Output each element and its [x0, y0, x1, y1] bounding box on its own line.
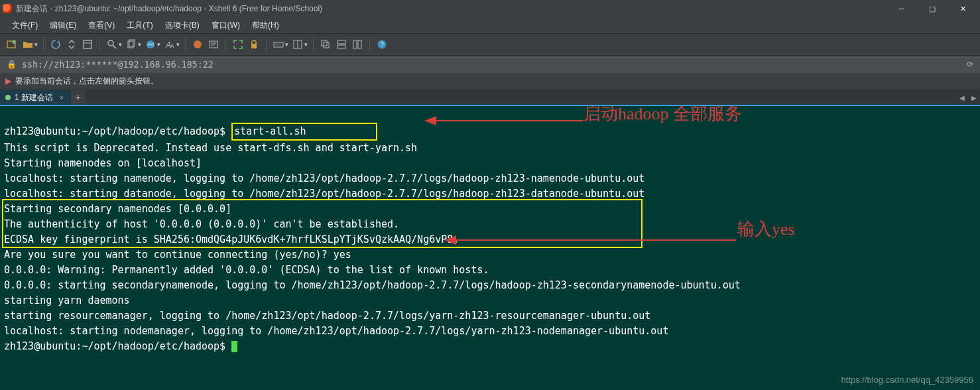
- menubar: 文件(F) 编辑(E) 查看(V) 工具(T) 选项卡(B) 窗口(W) 帮助(…: [0, 17, 980, 33]
- copy-dropdown-icon[interactable]: ▾: [138, 41, 141, 48]
- svg-text:?: ?: [381, 41, 385, 48]
- tab-scroll-left-icon[interactable]: ◀: [956, 90, 968, 105]
- info-bar: ▶ 要添加当前会话，点击左侧的箭头按钮。: [0, 73, 980, 89]
- svg-line-6: [113, 45, 116, 48]
- annotation-arrow-icon: [424, 111, 583, 130]
- yes-input-text: yes: [334, 249, 351, 261]
- toolbar-separator: [43, 38, 44, 51]
- lock-icon[interactable]: [247, 38, 261, 51]
- menu-help[interactable]: 帮助(H): [247, 17, 284, 33]
- properties-icon[interactable]: [81, 38, 94, 51]
- svg-rect-28: [358, 40, 361, 48]
- search-dropdown-icon[interactable]: ▾: [119, 41, 122, 48]
- session-tab-close-icon[interactable]: ×: [60, 94, 64, 101]
- session-status-dot-icon: [5, 95, 11, 100]
- annotation-start-hadoop: 启动hadoop 全部服务: [583, 106, 742, 121]
- close-button[interactable]: ✕: [948, 0, 977, 17]
- terminal-output: starting resourcemanager, logging to /ho…: [4, 310, 650, 322]
- keyboard-icon[interactable]: [272, 38, 285, 51]
- layout-dropdown-icon[interactable]: ▾: [304, 41, 308, 48]
- terminal-output: starting yarn daemons: [4, 294, 130, 306]
- menu-tools[interactable]: 工具(T): [121, 17, 158, 33]
- maximize-button[interactable]: ▢: [918, 0, 947, 17]
- svg-marker-32: [424, 116, 436, 125]
- window-controls: ─ ▢ ✕: [887, 0, 977, 17]
- svg-rect-3: [84, 40, 92, 48]
- toolbar-separator: [266, 38, 267, 51]
- terminal-output: localhost: starting datanode, logging to…: [4, 188, 644, 200]
- info-text: 要添加当前会话，点击左侧的箭头按钮。: [15, 76, 158, 87]
- command-text: start-all.sh: [234, 125, 306, 137]
- toolbar: ▾ ▾ ▾ ▾ AA ▾ ▾ ▾ ?: [0, 33, 980, 56]
- address-go-icon[interactable]: ⟳: [967, 60, 973, 69]
- info-flag-icon: ▶: [5, 76, 11, 86]
- open-dropdown-icon[interactable]: ▾: [34, 41, 38, 48]
- terminal-output: 0.0.0.0: Warning: Permanently added '0.0…: [4, 264, 489, 276]
- watermark-text: https://blog.csdn.net/qq_42359956: [841, 372, 974, 387]
- keyboard-dropdown-icon[interactable]: ▾: [285, 41, 288, 48]
- menu-view[interactable]: 查看(V): [83, 17, 120, 33]
- disconnect-icon[interactable]: [65, 38, 78, 51]
- help-icon[interactable]: ?: [375, 38, 389, 51]
- prompt-line: zh123@ubuntu:~/opt/hadoop/etc/hadoop$: [4, 340, 231, 352]
- minimize-button[interactable]: ─: [887, 0, 916, 17]
- tab-scroll-right-icon[interactable]: ▶: [968, 90, 980, 105]
- lock-icon: 🔒: [7, 60, 17, 69]
- toolbar-separator: [313, 38, 314, 51]
- svg-text:A: A: [170, 43, 174, 49]
- tab-scroll-controls: ◀ ▶: [956, 90, 980, 105]
- font-dropdown-icon[interactable]: ▾: [176, 41, 180, 48]
- menu-tabs[interactable]: 选项卡(B): [160, 17, 205, 33]
- tile-v-icon[interactable]: [351, 38, 364, 51]
- annotation-arrow-icon: [444, 231, 736, 249]
- menu-file[interactable]: 文件(F): [7, 17, 43, 33]
- highlight-command-box: start-all.sh: [231, 123, 377, 141]
- new-session-icon[interactable]: [5, 38, 19, 51]
- svg-point-20: [279, 44, 280, 44]
- color-scheme-icon[interactable]: [191, 38, 204, 51]
- toolbar-separator: [225, 38, 226, 51]
- session-tab-active[interactable]: 1 新建会话 ×: [0, 90, 71, 105]
- toolbar-separator: [185, 38, 186, 51]
- layout-icon[interactable]: [291, 38, 304, 51]
- terminal-pane[interactable]: zh123@ubuntu:~/opt/hadoop/etc/hadoop$ st…: [0, 106, 980, 390]
- svg-point-18: [275, 44, 276, 44]
- svg-rect-24: [324, 42, 329, 48]
- terminal-cursor-icon: [231, 341, 237, 352]
- address-bar: 🔒 ⟳: [0, 56, 980, 73]
- svg-rect-17: [274, 42, 283, 47]
- reconnect-icon[interactable]: [49, 38, 62, 51]
- svg-rect-25: [337, 40, 345, 44]
- address-url-input[interactable]: [22, 60, 961, 70]
- svg-rect-13: [210, 41, 217, 48]
- script-icon[interactable]: [207, 38, 220, 51]
- menu-edit[interactable]: 编辑(E): [44, 17, 82, 33]
- annotation-input-yes: 输入yes: [737, 222, 795, 237]
- svg-point-5: [108, 40, 113, 46]
- svg-rect-26: [337, 45, 345, 48]
- window-title-text: 新建会话 - zh123@ubuntu: ~/opt/hadoop/etc/ha…: [16, 3, 887, 15]
- window-titlebar: 新建会话 - zh123@ubuntu: ~/opt/hadoop/etc/ha…: [0, 0, 980, 17]
- terminal-output: Starting namenodes on [localhost]: [4, 157, 202, 169]
- toolbar-separator: [99, 38, 100, 51]
- menu-window[interactable]: 窗口(W): [206, 17, 245, 33]
- open-icon[interactable]: [21, 38, 34, 51]
- app-icon: [3, 4, 12, 13]
- prompt-line: zh123@ubuntu:~/opt/hadoop/etc/hadoop$: [4, 125, 231, 137]
- globe-dropdown-icon[interactable]: ▾: [157, 41, 160, 48]
- terminal-output: 0.0.0.0: starting secondarynamenode, log…: [4, 279, 741, 291]
- svg-rect-16: [251, 44, 257, 48]
- terminal-output: localhost: starting namenode, logging to…: [4, 172, 644, 184]
- copy-paste-icon[interactable]: [125, 38, 138, 51]
- search-icon[interactable]: [105, 38, 119, 51]
- tile-h-icon[interactable]: [335, 38, 348, 51]
- svg-rect-27: [353, 40, 357, 48]
- cascade-icon[interactable]: [319, 38, 332, 51]
- terminal-output: Are you sure you want to continue connec…: [4, 249, 334, 261]
- globe-icon[interactable]: [144, 38, 157, 51]
- fullscreen-icon[interactable]: [231, 38, 245, 51]
- new-tab-button[interactable]: +: [71, 90, 86, 105]
- font-icon[interactable]: AA: [163, 38, 176, 51]
- terminal-output: This script is Deprecated. Instead use s…: [4, 142, 417, 154]
- svg-point-12: [194, 40, 202, 48]
